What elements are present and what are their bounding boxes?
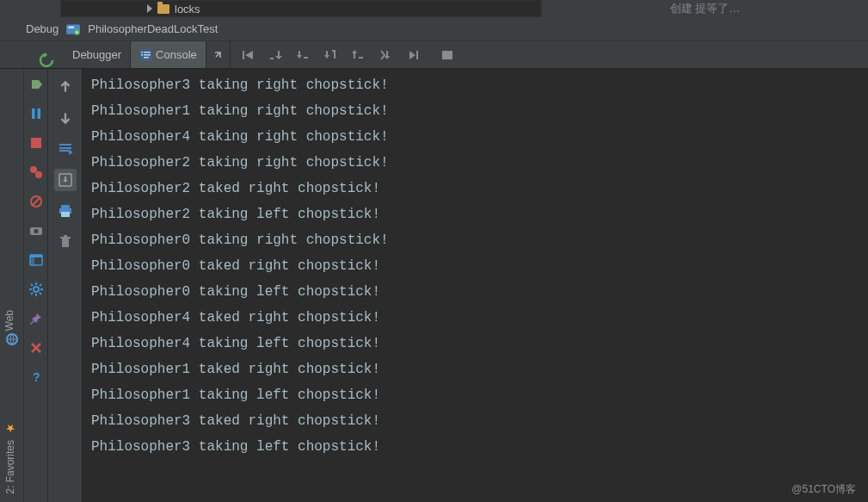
svg-point-19 [30,166,37,173]
svg-point-28 [34,287,39,292]
view-breakpoints-icon[interactable] [26,162,46,183]
svg-rect-9 [243,51,244,59]
step-back-icon[interactable] [239,46,256,64]
svg-rect-17 [37,108,40,119]
console-line: Philosopher3 taked right chopstick! [91,408,859,434]
svg-rect-6 [144,57,149,59]
step-over-icon[interactable] [267,46,284,64]
right-pane-hint: 创建 提等了… [541,0,868,17]
help-icon[interactable]: ? [26,367,46,387]
tab-console-label: Console [156,48,197,61]
soft-wrap-icon[interactable] [54,138,77,160]
svg-text:?: ? [33,370,40,384]
svg-rect-26 [30,255,42,257]
tab-more-dropdown[interactable] [206,41,231,68]
svg-line-35 [40,284,41,286]
svg-rect-12 [359,57,363,59]
console-line: Philosopher0 taked right chopstick! [91,253,859,279]
console-line: Philosopher2 taked right chopstick! [91,176,859,201]
clear-all-icon[interactable] [54,231,77,253]
mute-breakpoints-icon[interactable] [26,191,46,212]
tab-debugger-label: Debugger [72,48,121,61]
console-line: Philosopher4 taking left chopstick! [91,331,859,356]
folder-icon [157,4,169,14]
console-gutter [48,69,83,502]
svg-rect-16 [32,108,35,119]
force-step-into-icon[interactable] [322,46,339,64]
pause-icon[interactable] [26,103,46,124]
console-line: Philosopher4 taking right chopstick! [91,124,859,150]
side-tab-favorites[interactable]: 2: Favorites ★ [3,422,16,494]
console-output[interactable]: Philosopher3 taking right chopstick!Phil… [83,69,868,502]
svg-rect-8 [141,54,143,56]
tab-console[interactable]: Console [131,41,206,68]
console-line: Philosopher1 taking right chopstick! [91,98,859,124]
web-rail-icon[interactable] [5,332,19,349]
svg-rect-45 [61,212,70,217]
console-line: Philosopher4 taked right chopstick! [91,305,859,331]
stop-icon[interactable] [26,133,46,153]
console-line: Philosopher2 taking left chopstick! [91,201,859,227]
drop-frame-icon[interactable] [377,46,394,64]
svg-rect-43 [61,205,70,208]
console-line: Philosopher0 taking right chopstick! [91,227,859,253]
svg-rect-40 [59,144,71,146]
debug-toolwindow-header: Debug PhilosopherDeadLockTest [0,17,868,41]
show-execution-point-icon[interactable] [26,74,46,95]
debug-side-rail: ? [24,69,48,502]
svg-line-36 [31,293,33,294]
svg-rect-11 [304,57,308,59]
print-icon[interactable] [54,200,77,222]
console-line: Philosopher1 taked right chopstick! [91,356,859,382]
console-line: Philosopher0 taking left chopstick! [91,279,859,305]
run-to-cursor-icon[interactable] [404,46,422,64]
svg-line-33 [31,284,33,286]
tree-item-label: locks [175,3,200,15]
debug-label: Debug [26,22,58,35]
console-line: Philosopher1 taking left chopstick! [91,382,859,408]
star-icon: ★ [3,422,16,435]
svg-rect-41 [59,147,71,149]
scroll-down-icon[interactable] [54,107,77,129]
step-out-icon[interactable] [349,46,366,64]
svg-rect-18 [31,138,41,148]
svg-rect-5 [144,54,151,56]
settings-icon[interactable] [26,279,46,300]
run-config-name: PhilosopherDeadLockTest [88,22,218,35]
rerun-icon[interactable] [34,48,58,72]
restore-layout-icon[interactable] [26,250,46,270]
project-tree-item[interactable]: locks [60,0,541,17]
tab-debugger[interactable]: Debugger [64,41,131,68]
scroll-up-icon[interactable] [54,76,77,98]
console-icon [139,49,151,61]
scroll-to-end-icon[interactable] [54,169,77,191]
watermark: @51CTO博客 [791,482,856,497]
svg-rect-13 [416,51,418,59]
pin-tab-icon[interactable] [26,308,46,329]
svg-line-34 [40,293,41,294]
svg-rect-10 [270,58,274,59]
svg-line-22 [32,197,40,206]
svg-rect-27 [30,257,34,265]
svg-rect-4 [144,52,151,53]
close-icon[interactable] [26,338,46,358]
console-line: Philosopher3 taking left chopstick! [91,434,859,460]
svg-rect-46 [62,239,69,247]
run-config-icon [65,22,81,37]
svg-rect-7 [141,52,143,53]
thread-dump-icon[interactable] [26,220,46,241]
svg-rect-14 [442,51,452,59]
console-line: Philosopher3 taking right chopstick! [91,72,859,98]
svg-rect-47 [60,237,71,239]
side-tab-web[interactable]: Web [3,310,15,331]
svg-point-24 [34,229,38,233]
svg-rect-48 [64,235,67,237]
svg-rect-1 [69,26,75,28]
console-line: Philosopher2 taking right chopstick! [91,150,859,176]
evaluate-icon[interactable] [439,46,456,64]
step-into-icon[interactable] [294,46,311,64]
svg-point-20 [35,171,42,178]
expand-arrow-icon [147,4,152,13]
